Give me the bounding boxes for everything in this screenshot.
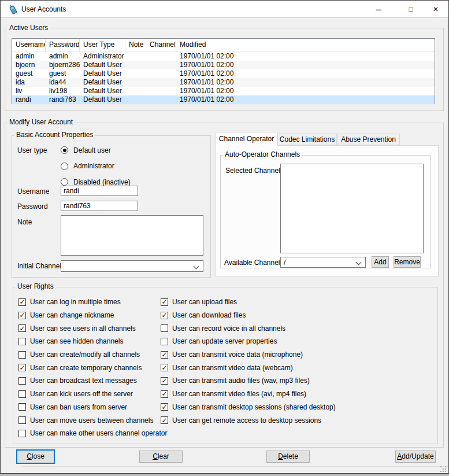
active-users-table[interactable]: UsernamePasswordUser TypeNoteChannelModi… xyxy=(12,38,435,104)
checkbox-icon xyxy=(161,338,168,345)
checkbox-user-can-transmit-video-files-avi-mp4-files[interactable]: User can transmit video files (avi, mp4 … xyxy=(161,388,336,401)
cell-password: liv198 xyxy=(46,87,80,95)
checkbox-icon xyxy=(161,403,168,411)
table-row-bjoern[interactable]: bjoernbjoern286Default User1970/01/01 02… xyxy=(12,61,435,69)
checkbox-label: User can get remote access to desktop se… xyxy=(172,416,321,425)
checkbox-label: User can create/modify all channels xyxy=(30,350,140,359)
checkbox-user-can-see-hidden-channels[interactable]: User can see hidden channels xyxy=(18,335,167,348)
checkbox-icon xyxy=(18,430,26,437)
checkbox-label: User can see hidden channels xyxy=(30,337,123,345)
available-channels-combobox[interactable]: / xyxy=(280,257,366,268)
checkbox-label: User can ban users from server xyxy=(30,403,127,411)
checkbox-label: User can transmit voice data (microphone… xyxy=(172,350,303,359)
desktop-background-strip xyxy=(0,474,449,476)
cell-username: bjoern xyxy=(12,61,46,69)
resize-grip[interactable] xyxy=(440,466,446,472)
checkbox-user-can-change-nickname[interactable]: User can change nickname xyxy=(18,309,167,322)
checkbox-user-can-see-users-in-all-channels[interactable]: User can see users in all channels xyxy=(18,322,167,335)
table-row-guest[interactable]: guestguestDefault User1970/01/01 02:00 xyxy=(12,69,435,78)
checkbox-user-can-transmit-audio-files-wav-mp3-files[interactable]: User can transmit audio files (wav, mp3 … xyxy=(161,374,336,388)
cell-channel xyxy=(146,87,176,95)
checkbox-user-can-update-server-properties[interactable]: User can update server properties xyxy=(161,335,336,348)
checkbox-user-can-kick-users-off-the-server[interactable]: User can kick users off the server xyxy=(18,388,167,401)
password-input[interactable] xyxy=(61,201,138,211)
radio-label: Administrator xyxy=(73,162,114,170)
clear-button[interactable]: Clear xyxy=(139,451,183,463)
add-channel-button[interactable]: Add xyxy=(372,256,389,268)
title-bar[interactable]: User Accounts ─ □ ✕ xyxy=(1,1,448,18)
add-update-button[interactable]: Add/Update xyxy=(395,451,436,463)
table-row-liv[interactable]: livliv198Default User1970/01/01 02:00 xyxy=(12,87,435,95)
close-button[interactable]: Close xyxy=(16,449,55,464)
checkbox-user-can-transmit-video-data-webcam[interactable]: User can transmit video data (webcam) xyxy=(161,361,336,374)
checkbox-user-can-transmit-desktop-sessions-shared-desktop[interactable]: User can transmit desktop sessions (shar… xyxy=(161,401,336,414)
checkbox-user-can-move-users-between-channels[interactable]: User can move users between channels xyxy=(18,414,167,427)
username-input[interactable] xyxy=(61,186,138,196)
checkbox-icon xyxy=(161,351,168,359)
checkbox-user-can-create-modify-all-channels[interactable]: User can create/modify all channels xyxy=(18,348,167,361)
cell-modified: 1970/01/01 02:00 xyxy=(176,87,435,95)
cell-modified: 1970/01/01 02:00 xyxy=(176,52,435,61)
radio-option-default-user[interactable]: Default user xyxy=(61,142,194,158)
table-body: adminadminAdministrator1970/01/01 02:00b… xyxy=(12,52,435,104)
cell-user_type: Default User xyxy=(80,87,125,95)
column-header-channel[interactable]: Channel xyxy=(146,39,176,51)
checkbox-user-can-get-remote-access-to-desktop-sessions[interactable]: User can get remote access to desktop se… xyxy=(161,414,336,427)
cell-note xyxy=(125,95,146,104)
checkbox-icon xyxy=(161,298,168,306)
table-row-admin[interactable]: adminadminAdministrator1970/01/01 02:00 xyxy=(12,52,435,61)
checkbox-user-can-broadcast-text-messages[interactable]: User can broadcast text messages xyxy=(18,374,167,388)
checkbox-label: User can update server properties xyxy=(172,337,277,345)
checkbox-icon xyxy=(18,338,26,345)
close-window-button[interactable]: ✕ xyxy=(423,1,448,18)
column-header-password[interactable]: Password xyxy=(46,39,80,51)
checkbox-user-can-log-in-multiple-times[interactable]: User can log in multiple times xyxy=(18,296,167,309)
checkbox-icon xyxy=(18,364,26,371)
checkbox-label: User can download files xyxy=(172,311,246,319)
tab-channel-operator[interactable]: Channel Operator xyxy=(216,132,277,146)
available-channels-label: Available Channels xyxy=(224,259,284,267)
radio-icon xyxy=(61,146,68,154)
radio-label: Disabled (inactive) xyxy=(73,178,131,186)
selected-channels-listbox[interactable] xyxy=(280,164,424,253)
checkbox-label: User can transmit desktop sessions (shar… xyxy=(172,403,336,411)
user-rights-group-label: User Rights xyxy=(15,283,56,290)
modify-user-account-group-label: Modify User Account xyxy=(7,119,75,126)
note-textarea[interactable] xyxy=(61,215,203,256)
cell-password: guest xyxy=(46,69,80,78)
cell-note xyxy=(125,87,146,95)
cell-username: randi xyxy=(12,95,46,104)
column-header-note[interactable]: Note xyxy=(125,39,146,51)
table-row-ida[interactable]: idaida44Default User1970/01/01 02:00 xyxy=(12,78,435,87)
checkbox-user-can-download-files[interactable]: User can download files xyxy=(161,309,336,322)
cell-channel xyxy=(146,69,176,78)
tab-abuse-prevention[interactable]: Abuse Prevention xyxy=(337,134,400,145)
tab-codec-limitations[interactable]: Codec Limitations xyxy=(277,134,337,145)
checkbox-label: User can broadcast text messages xyxy=(30,377,137,385)
maximize-button[interactable]: □ xyxy=(398,1,424,18)
checkbox-icon xyxy=(18,390,26,398)
checkbox-icon xyxy=(18,377,26,385)
cell-username: admin xyxy=(12,52,46,61)
remove-channel-button[interactable]: Remove xyxy=(394,256,421,268)
cell-note xyxy=(125,52,146,61)
checkbox-user-can-ban-users-from-server[interactable]: User can ban users from server xyxy=(18,401,167,414)
column-header-modified[interactable]: Modified xyxy=(176,39,435,51)
checkbox-user-can-record-voice-in-all-channels[interactable]: User can record voice in all channels xyxy=(161,322,336,335)
checkbox-label: User can record voice in all channels xyxy=(172,324,285,333)
radio-label: Default user xyxy=(73,146,111,154)
radio-option-administrator[interactable]: Administrator xyxy=(61,158,194,175)
minimize-button[interactable]: ─ xyxy=(366,1,391,18)
checkbox-user-can-transmit-voice-data-microphone[interactable]: User can transmit voice data (microphone… xyxy=(161,348,336,361)
table-row-randi[interactable]: randirandi763Default User1970/01/01 02:0… xyxy=(12,95,435,104)
checkbox-icon xyxy=(161,324,168,332)
cell-username: liv xyxy=(12,87,46,95)
column-header-user-type[interactable]: User Type xyxy=(80,39,125,51)
checkbox-user-can-create-temporary-channels[interactable]: User can create temporary channels xyxy=(18,361,167,374)
cell-password: admin xyxy=(46,52,80,61)
delete-button[interactable]: Delete xyxy=(266,451,310,463)
checkbox-user-can-make-other-users-channel-operator[interactable]: User can make other users channel operat… xyxy=(18,427,167,440)
initial-channel-combobox[interactable] xyxy=(61,260,203,272)
cell-note xyxy=(125,69,146,78)
checkbox-user-can-upload-files[interactable]: User can upload files xyxy=(161,296,336,309)
